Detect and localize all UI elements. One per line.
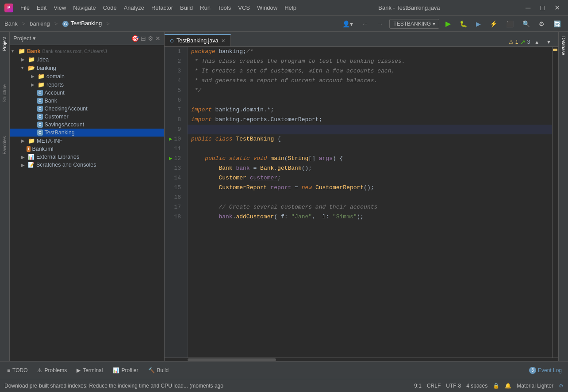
line-num-3: 3 [165, 66, 184, 76]
tab-close-button[interactable]: ✕ [221, 38, 225, 44]
breadcrumb-testbanking[interactable]: CTestBanking [62, 20, 102, 27]
menu-tools[interactable]: Tools [218, 4, 231, 11]
editor-content[interactable]: 1 2 3 4 5 6 7 8 9 ▶10 11 ▶12 13 14 15 16… [165, 47, 558, 358]
menu-refactor[interactable]: Refactor [151, 4, 173, 11]
tree-label-customer: Customer [45, 114, 69, 120]
encoding[interactable]: UTF-8 [446, 383, 461, 389]
indent-setting[interactable]: 4 spaces [466, 383, 487, 389]
terminal-label: Terminal [83, 367, 103, 373]
minimize-button[interactable]: ─ [522, 2, 534, 14]
cursor-position[interactable]: 9:1 [414, 383, 422, 389]
tree-item-account[interactable]: C Account [10, 89, 164, 97]
menu-run[interactable]: Run [200, 4, 211, 11]
warning-count: 1 [515, 39, 518, 45]
menu-code[interactable]: Code [103, 4, 117, 11]
project-label: Project ▾ [13, 35, 36, 42]
theme-name[interactable]: Material Lighter [517, 383, 553, 389]
scroll-up-button[interactable]: ▲ [532, 38, 542, 46]
terminal-icon: ▶ [77, 367, 81, 373]
build-label: Build [157, 367, 169, 373]
code-editor[interactable]: package banking;/* * This class creates … [188, 47, 552, 358]
options-button[interactable]: ⚙ [148, 35, 154, 42]
maximize-button[interactable]: □ [537, 2, 548, 14]
right-sidebar-tabs: Database [558, 32, 568, 361]
bottom-tab-terminal[interactable]: ▶ Terminal [72, 365, 107, 376]
bottom-tab-todo[interactable]: ≡ TODO [3, 365, 32, 376]
tree-item-bank[interactable]: C Bank [10, 97, 164, 105]
tab-test-banking[interactable]: ⊙ TestBanking.java ✕ [165, 34, 231, 46]
tree-label-banking: banking [37, 65, 56, 71]
profile-button[interactable]: ⚡ [487, 19, 500, 29]
code-line-14: Customer customer; [188, 173, 552, 183]
project-panel: Project ▾ 🎯 ⊟ ⚙ ✕ ▾ 📁 Bank Bank sources … [10, 32, 165, 361]
coverage-button[interactable]: ▶ [473, 19, 484, 29]
menu-file[interactable]: File [20, 4, 30, 11]
tree-item-customer[interactable]: C Customer [10, 113, 164, 121]
theme-settings-icon[interactable]: ⚙ [559, 383, 564, 389]
tree-label-reports: reports [46, 82, 64, 88]
tree-item-external-libraries[interactable]: ▶ 📊 External Libraries [10, 153, 164, 161]
back-button[interactable]: ← [359, 19, 371, 29]
line-num-16: 16 [165, 193, 184, 202]
bottom-toolbar: ≡ TODO ⚠ Problems ▶ Terminal 📊 Profiler … [0, 361, 568, 379]
user-button[interactable]: 👤▾ [340, 19, 356, 29]
titlebar-controls: ─ □ ✕ [522, 2, 564, 14]
profiler-label: Profiler [122, 367, 138, 373]
scroll-thumb[interactable] [188, 358, 276, 361]
run-configuration[interactable]: TESTBANKING ▾ [389, 19, 439, 29]
main-area: Project Structure Favorites Project ▾ 🎯 … [0, 32, 568, 361]
breadcrumb-bank[interactable]: Bank [4, 20, 18, 27]
code-line-18: bank.addCustomer( f: "Jane", l: "Simms")… [188, 212, 552, 222]
sidebar-tab-favorites[interactable]: Favorites [0, 133, 9, 158]
tree-item-scratches[interactable]: ▶ 📝 Scratches and Consoles [10, 161, 164, 169]
tree-item-savings-account[interactable]: C SavingsAccount [10, 121, 164, 129]
tree-item-bank-iml[interactable]: I Bank.iml [10, 145, 164, 153]
bottom-tab-profiler[interactable]: 📊 Profiler [108, 365, 143, 376]
bottom-tab-build[interactable]: 🔨 Build [144, 365, 173, 376]
menu-help[interactable]: Help [284, 4, 296, 11]
sidebar-tab-project[interactable]: Project [0, 34, 9, 54]
line-num-8: 8 [165, 115, 184, 125]
code-line-15: CustomerReport report = new CustomerRepo… [188, 183, 552, 193]
tab-java-icon: ⊙ [170, 38, 174, 44]
tree-item-reports[interactable]: ▶ 📁 reports [10, 80, 164, 89]
tree-item-meta-inf[interactable]: ▶ 📁 META-INF [10, 137, 164, 145]
search-everywhere-button[interactable]: 🔍 [520, 19, 533, 29]
horizontal-scrollbar[interactable] [165, 358, 558, 361]
bottom-tab-problems[interactable]: ⚠ Problems [33, 365, 71, 376]
menu-navigate[interactable]: Navigate [73, 4, 96, 11]
forward-button[interactable]: → [374, 19, 386, 29]
locate-file-button[interactable]: 🎯 [131, 35, 139, 42]
tree-item-banking[interactable]: ▾ 📂 banking [10, 64, 164, 72]
debug-button[interactable]: 🐛 [457, 19, 470, 29]
file-tree: ▾ 📁 Bank Bank sources root, C:\Users\J ▶… [10, 45, 164, 361]
menu-window[interactable]: Window [257, 4, 277, 11]
menu-view[interactable]: View [54, 4, 66, 11]
tree-item-idea[interactable]: ▶ 📁 .idea [10, 55, 164, 64]
close-panel-button[interactable]: ✕ [155, 35, 161, 42]
update-button[interactable]: 🔄 [551, 19, 564, 29]
lock-icon: 🔒 [493, 383, 499, 389]
todo-label: TODO [12, 367, 27, 373]
sidebar-tab-structure[interactable]: Structure [0, 81, 9, 106]
code-line-2: * This class creates the program to test… [188, 57, 552, 66]
line-separator[interactable]: CRLF [427, 383, 441, 389]
sidebar-tab-database[interactable]: Database [559, 32, 568, 60]
close-button[interactable]: ✕ [551, 2, 564, 14]
tree-item-test-banking[interactable]: C TestBanking [10, 129, 164, 137]
settings-button[interactable]: ⚙ [536, 19, 547, 29]
breadcrumb-banking[interactable]: banking [30, 20, 50, 27]
menu-edit[interactable]: Edit [37, 4, 46, 11]
collapse-all-button[interactable]: ⊟ [141, 35, 146, 42]
menu-vcs[interactable]: VCS [238, 4, 250, 11]
event-log[interactable]: 3 Event Log [526, 365, 565, 376]
tree-item-root[interactable]: ▾ 📁 Bank Bank sources root, C:\Users\J [10, 47, 164, 55]
project-title: Project ▾ [13, 35, 36, 42]
tree-item-domain[interactable]: ▶ 📁 domain [10, 72, 164, 80]
menu-analyze[interactable]: Analyze [124, 4, 144, 11]
stop-button[interactable]: ⬛ [503, 19, 516, 29]
run-button[interactable]: ▶ [443, 18, 453, 30]
menu-build[interactable]: Build [180, 4, 193, 11]
tree-item-checking-account[interactable]: C CheckingAccount [10, 105, 164, 113]
scroll-down-button[interactable]: ▼ [544, 38, 554, 46]
